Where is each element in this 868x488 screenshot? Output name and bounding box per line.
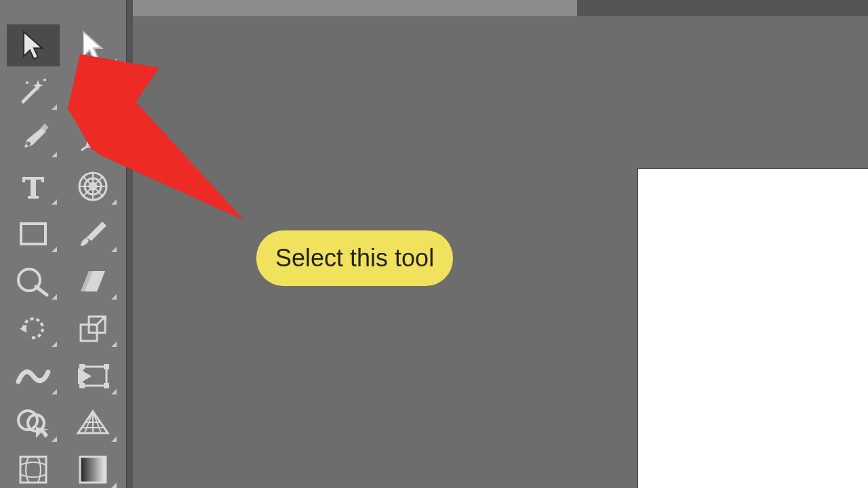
scale-tool[interactable] [66,308,119,350]
direct-selection-cursor-icon [79,29,106,62]
svg-rect-24 [104,383,109,388]
curvature-pen-icon [77,123,108,155]
document-tab-bar [133,0,868,16]
magic-wand-tool[interactable] [7,70,60,113]
rotate-icon [17,312,50,345]
flyout-indicator-icon [52,247,57,252]
rectangle-tool[interactable] [7,213,60,255]
type-tool[interactable] [7,165,60,207]
mesh-icon [18,454,49,485]
annotation-callout: Select this tool [256,230,453,286]
panel-divider [126,0,133,488]
flyout-indicator-icon [52,199,57,205]
selection-tool[interactable] [7,24,60,66]
free-transform-icon [75,361,111,391]
svg-line-14 [36,287,47,295]
polar-grid-tool[interactable] [66,165,119,207]
flyout-indicator-icon [52,104,57,110]
flyout-indicator-icon [52,436,57,442]
flyout-indicator-icon [111,483,117,488]
pen-tool[interactable] [7,118,60,160]
shaper-icon [16,265,51,298]
svg-rect-21 [79,364,85,369]
flyout-indicator-icon [111,58,117,64]
curvature-tool[interactable] [66,118,119,160]
svg-rect-32 [20,457,46,483]
svg-point-3 [26,142,31,146]
rectangle-icon [17,220,50,248]
flyout-indicator-icon [52,389,57,394]
shape-builder-icon [16,408,51,439]
document-tab-area [133,0,577,16]
flyout-indicator-icon [52,294,57,300]
gradient-tool[interactable] [66,449,119,488]
free-transform-tool[interactable] [66,355,119,397]
flyout-indicator-icon [111,294,117,300]
type-t-icon [18,171,48,201]
perspective-grid-icon [75,409,111,439]
svg-point-1 [43,79,46,81]
eraser-tool[interactable] [66,260,119,302]
document-tab-empty [577,0,868,16]
svg-rect-22 [104,364,109,369]
polar-grid-icon [77,170,109,203]
svg-rect-33 [80,457,106,483]
flyout-indicator-icon [111,389,117,394]
perspective-grid-tool[interactable] [66,403,119,445]
pen-nib-icon [18,123,49,155]
svg-line-0 [23,87,38,102]
flyout-indicator-icon [111,342,117,347]
svg-point-2 [26,81,28,84]
magic-wand-icon [18,76,49,107]
flyout-indicator-icon [111,247,117,252]
paintbrush-tool[interactable] [66,213,119,255]
scale-icon [77,312,109,345]
flyout-indicator-icon [52,342,57,347]
artboard[interactable] [637,168,868,488]
shape-builder-tool[interactable] [7,403,60,445]
shaper-tool[interactable] [7,260,60,302]
svg-rect-12 [21,224,45,244]
direct-selection-tool[interactable] [66,24,119,66]
tools-panel [0,0,126,488]
annotation-text: Select this tool [275,244,434,272]
gradient-icon [77,454,108,485]
flyout-indicator-icon [52,152,57,157]
svg-line-18 [96,318,104,326]
selection-cursor-icon [20,29,47,62]
mesh-tool[interactable] [7,449,60,488]
width-stroke-icon [16,361,51,391]
flyout-indicator-icon [111,436,117,442]
rotate-tool[interactable] [7,308,60,350]
eraser-icon [77,267,109,296]
flyout-indicator-icon [111,199,117,205]
width-tool[interactable] [7,355,60,397]
paintbrush-icon [77,218,109,250]
svg-rect-23 [79,383,85,388]
